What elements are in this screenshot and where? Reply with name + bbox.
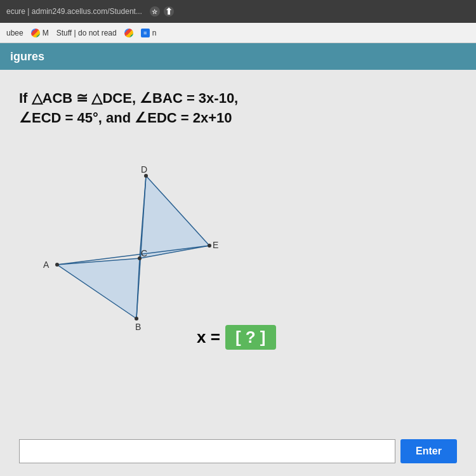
label-e: E	[213, 240, 218, 250]
svg-marker-1	[140, 176, 209, 258]
page-title: igures	[10, 50, 44, 63]
share-icon[interactable]: ⬆	[164, 6, 174, 17]
tab-docs-label: n	[152, 29, 157, 37]
answer-label: x =	[197, 327, 220, 347]
label-d: D	[141, 164, 147, 175]
main-content: If △ACB ≅ △DCE, ∠BAC = 3x-10, ∠ECD = 45°…	[0, 70, 476, 476]
enter-button[interactable]: Enter	[400, 439, 457, 463]
answer-row: x = [ ? ]	[197, 325, 457, 350]
vertex-e	[208, 244, 211, 248]
svg-marker-0	[57, 258, 140, 319]
tab-stuff-label: Stuff | do not read	[56, 29, 117, 37]
gmail-icon	[31, 29, 40, 37]
browser-icons: ☆ ⬆	[150, 6, 174, 17]
vertex-a	[55, 263, 59, 267]
tab-gmail[interactable]: M	[31, 29, 49, 37]
geometry-diagram: D E C A B	[19, 141, 222, 331]
vertex-d	[144, 174, 148, 178]
tab-ubee[interactable]: ubee	[6, 29, 23, 37]
google-icon	[124, 29, 133, 37]
label-c: C	[141, 248, 147, 258]
tab-bar: ubee M Stuff | do not read ≡ n	[0, 23, 476, 43]
vertex-b	[135, 317, 138, 321]
page-header: igures	[0, 43, 476, 70]
diagram-area: D E C A B	[19, 141, 457, 331]
tab-label: M	[43, 29, 49, 37]
label-a: A	[43, 260, 50, 270]
input-row: Enter	[19, 433, 457, 463]
problem-line2: ∠ECD = 45°, and ∠EDC = 2x+10	[19, 109, 457, 128]
answer-input[interactable]	[19, 439, 395, 463]
tab-ubee-label: ubee	[6, 29, 23, 37]
tab-stuff[interactable]: Stuff | do not read	[56, 29, 117, 37]
problem-line1: If △ACB ≅ △DCE, ∠BAC = 3x-10,	[19, 89, 457, 109]
browser-bar: ecure | admin249.acellus.com/Student... …	[0, 0, 476, 23]
docs-icon: ≡	[141, 29, 150, 37]
bookmark-icon[interactable]: ☆	[150, 6, 160, 17]
browser-url: ecure | admin249.acellus.com/Student...	[6, 7, 142, 16]
tab-google[interactable]	[124, 29, 133, 37]
answer-box: [ ? ]	[225, 325, 276, 350]
vertex-c	[138, 256, 142, 260]
label-b: B	[135, 322, 141, 331]
problem-text: If △ACB ≅ △DCE, ∠BAC = 3x-10, ∠ECD = 45°…	[19, 89, 457, 128]
tab-docs[interactable]: ≡ n	[141, 29, 157, 37]
